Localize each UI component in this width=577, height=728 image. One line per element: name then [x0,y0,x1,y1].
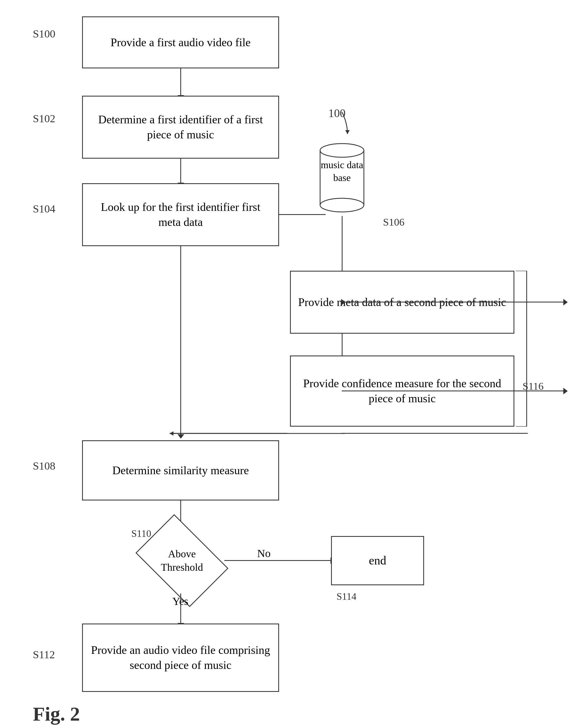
right-bracket [513,271,532,426]
s110-diamond-wrapper: Above Threshold [140,528,224,594]
s112-text: Provide an audio video file comprising s… [89,643,273,673]
h-arrow-to-meta [342,302,564,303]
s104-text: Look up for the first identifier first m… [89,200,273,230]
arrow-s102-s104 [180,159,181,183]
line-from-right-to-s108 [342,433,528,434]
svg-marker-0 [345,130,350,134]
s104-label: S104 [33,202,55,215]
arrow-s104-to-s108 [180,246,181,435]
line-db-to-meta [342,216,343,271]
end-box: end [331,536,424,585]
line-s104-to-db [279,214,326,215]
arrow-s100-s102 [180,68,181,96]
s102-box: Determine a first identifier of a first … [82,96,279,159]
s108-box: Determine similarity measure [82,440,279,500]
diagram-container: Provide a first audio video file S100 De… [0,0,577,728]
db-label: music data base [315,159,369,184]
s110-label: S110 [131,528,151,539]
s102-text: Determine a first identifier of a first … [89,112,273,142]
s108-label: S108 [33,460,55,472]
s104-box: Look up for the first identifier first m… [82,183,279,246]
h-arrow-to-confidence [342,391,564,391]
svg-point-4 [320,144,364,157]
no-label: No [257,547,271,560]
arrow-yes [180,594,181,624]
s114-label: S114 [336,591,356,602]
line-confidence-to-s108-h [170,433,287,434]
fig-label: Fig. 2 [33,703,80,726]
s108-text: Determine similarity measure [112,463,249,478]
s102-label: S102 [33,112,55,125]
s106-label: S106 [383,216,404,228]
s100-box: Provide a first audio video file [82,17,279,68]
arrow-no-h [224,560,331,561]
end-text: end [369,553,386,568]
s100-text: Provide a first audio video file [110,35,251,50]
s112-box: Provide an audio video file comprising s… [82,624,279,692]
svg-point-5 [320,198,364,212]
s112-label: S112 [33,648,55,661]
s100-label: S100 [33,27,55,40]
